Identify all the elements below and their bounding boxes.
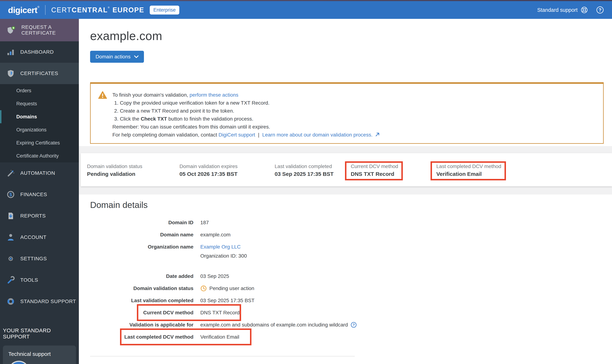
detail-row-validation-applicable: Validation is applicable for example.com…: [90, 319, 612, 331]
validation-alert: To finish your domain's validation, perf…: [90, 82, 604, 144]
detail-value: example.com: [200, 232, 231, 238]
sidebar-item-certificate-authority[interactable]: Certificate Authority: [0, 149, 79, 162]
certificates-submenu: Orders Requests Domains Organizations Ex…: [0, 84, 79, 162]
sidebar-item-label: CERTIFICATES: [20, 70, 58, 76]
detail-label: Domain validation status: [90, 286, 194, 291]
bar-chart-icon: [7, 48, 15, 56]
help-icon[interactable]: ?: [596, 6, 604, 14]
svg-text:?: ?: [599, 7, 601, 13]
domain-actions-button[interactable]: Domain actions: [90, 51, 144, 63]
stat-label: Domain validation expires: [180, 164, 238, 169]
svg-text:?: ?: [352, 323, 355, 327]
sidebar-item-requests[interactable]: Requests: [0, 97, 79, 110]
digicert-logo[interactable]: digicert®: [8, 5, 39, 15]
sidebar-item-organizations[interactable]: Organizations: [0, 123, 79, 136]
wrench-icon: [7, 276, 15, 284]
stat-value: 03 Sep 2025 17:35 BST: [275, 171, 334, 177]
stat-label: Last completed DCV method: [436, 164, 501, 169]
alert-step-3: 3. Click the Check TXT button to finish …: [112, 115, 380, 123]
gear-icon: [7, 255, 15, 263]
detail-value: Pending user action: [200, 285, 254, 292]
sidebar-item-expiring-certificates[interactable]: Expiring Certificates: [0, 136, 79, 149]
detail-row-last-validation: Last validation completed 03 Sep 2025 17…: [90, 294, 612, 307]
sidebar-item-dashboard[interactable]: DASHBOARD: [0, 41, 79, 63]
lifebuoy-icon[interactable]: [580, 6, 588, 14]
domain-details-section: Domain details Domain ID 187 Domain name…: [79, 195, 612, 356]
sidebar-item-domains[interactable]: Domains: [0, 110, 79, 123]
sidebar-item-settings[interactable]: SETTINGS: [0, 248, 79, 269]
sidebar-item-label: ACCOUNT: [20, 234, 46, 240]
stat-validation-expires: Domain validation expires 05 Oct 2026 17…: [180, 164, 238, 177]
alert-step-3-bold: Check TXT: [141, 116, 167, 122]
detail-value: 03 Sep 2025 17:35 BST: [200, 298, 255, 303]
sidebar-item-standard-support[interactable]: STANDARD SUPPORT: [0, 291, 79, 312]
stat-value: Verification Email: [436, 171, 501, 177]
registered-mark: ®: [37, 5, 39, 9]
domain-details-heading: Domain details: [90, 195, 612, 210]
detail-label: Organization name: [90, 241, 194, 253]
support-contact-row[interactable]: Standard support: [8, 361, 70, 364]
sidebar-item-reports[interactable]: REPORTS: [0, 205, 79, 227]
sidebar-item-label: TOOLS: [20, 277, 38, 283]
shield-plus-icon: [7, 26, 16, 34]
stat-current-dcv-method-annotated: Current DCV method DNS TXT Record: [345, 161, 403, 180]
enterprise-badge: Enterprise: [150, 6, 179, 14]
sidebar-item-label: REPORTS: [20, 213, 46, 219]
lifebuoy-icon: [7, 297, 15, 306]
validation-process-link[interactable]: Learn more about our domain validation p…: [262, 132, 373, 138]
stat-validation-status: Domain validation status Pending validat…: [87, 164, 142, 177]
detail-value: Verification Email: [200, 334, 239, 340]
app-header: digicert® CERTCENTRAL®EUROPE Enterprise …: [0, 1, 612, 19]
chevron-down-icon: [134, 55, 139, 58]
dollar-circle-icon: $: [7, 190, 15, 199]
validation-status-card: Domain validation status Pending validat…: [81, 153, 612, 186]
certcentral-region: EUROPE: [112, 6, 144, 14]
sidebar-item-label: STANDARD SUPPORT: [20, 299, 76, 304]
alert-help: For help completing domain validation, c…: [112, 131, 380, 139]
sidebar-item-tools[interactable]: TOOLS: [0, 269, 79, 291]
sidebar-item-certificates[interactable]: CERTIFICATES: [0, 63, 79, 84]
alert-intro-text: To finish your domain's validation,: [112, 92, 188, 98]
detail-label: Last completed DCV method: [90, 334, 194, 340]
alert-intro: To finish your domain's validation, perf…: [112, 91, 380, 99]
detail-label: Current DCV method: [90, 310, 194, 316]
warning-icon: [98, 91, 107, 99]
sidebar-item-account[interactable]: ACCOUNT: [0, 227, 79, 248]
status-band: Domain validation status Pending validat…: [79, 146, 612, 195]
technical-support-card: Technical support Standard support: [3, 346, 76, 364]
detail-label: Date added: [90, 273, 194, 279]
report-document-icon: [7, 212, 15, 220]
sidebar-item-orders[interactable]: Orders: [0, 84, 79, 97]
stat-value: Pending validation: [87, 171, 142, 177]
sidebar-item-label: SETTINGS: [20, 256, 47, 261]
alert-body: To finish your domain's validation, perf…: [112, 91, 380, 139]
alert-step-3-pre: 3. Click the: [114, 116, 141, 122]
sidebar-item-finances[interactable]: $ FINANCES: [0, 184, 79, 205]
organization-id: Organization ID: 300: [200, 253, 247, 259]
your-support-heading: YOUR STANDARD SUPPORT: [3, 327, 79, 340]
digicert-support-link[interactable]: DigiCert support: [219, 132, 255, 138]
sidebar-item-request-certificate[interactable]: REQUEST A CERTIFICATE: [0, 19, 79, 41]
sidebar-item-automation[interactable]: AUTOMATION: [0, 162, 79, 184]
header-divider: [45, 5, 45, 15]
stat-label: Domain validation status: [87, 164, 142, 169]
detail-row-domain-id: Domain ID 187: [90, 216, 612, 229]
domain-details-table: Domain ID 187 Domain name example.com Or…: [90, 216, 612, 343]
stat-label: Last validation completed: [275, 164, 334, 169]
header-actions: Standard support ?: [537, 6, 604, 14]
stat-label: Current DCV method: [351, 164, 398, 169]
standard-support-label[interactable]: Standard support: [537, 7, 578, 13]
detail-value: Example Org LLC Organization ID: 300: [200, 241, 247, 259]
sidebar-item-label: FINANCES: [20, 192, 47, 197]
detail-row-organization: Organization name Example Org LLC Organi…: [90, 241, 612, 261]
detail-label: Domain name: [90, 232, 194, 238]
pending-status-text: Pending user action: [209, 286, 254, 291]
help-icon[interactable]: ?: [351, 322, 357, 328]
registered-mark: ®: [108, 6, 110, 9]
perform-actions-link[interactable]: perform these actions: [190, 92, 238, 98]
domain-header-section: example.com Domain actions: [79, 19, 612, 146]
alert-step-1: 1. Copy the provided unique verification…: [112, 99, 380, 107]
shield-icon: [7, 69, 15, 78]
certcentral-logo: CERTCENTRAL®EUROPE: [51, 6, 144, 14]
organization-link[interactable]: Example Org LLC: [200, 241, 241, 253]
